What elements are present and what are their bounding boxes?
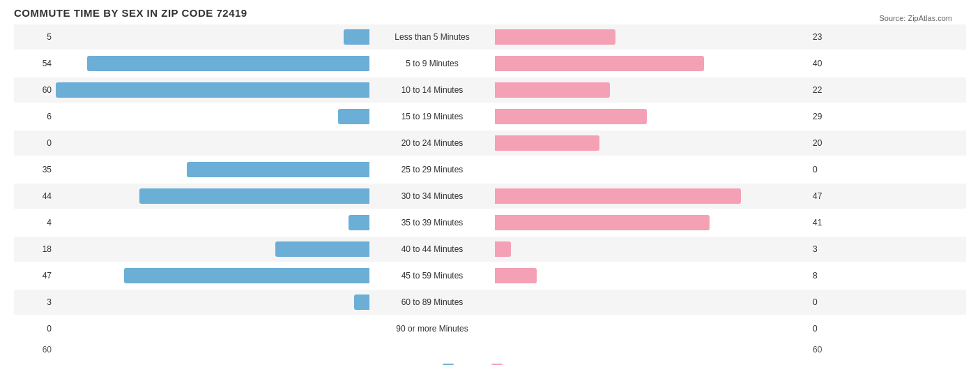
female-value: 0 [809, 324, 850, 334]
chart-title: Commute Time by Sex in Zip Code 72419 [14, 7, 966, 19]
chart-area: 5 Less than 5 Minutes 23 54 5 to 9 Minut… [14, 24, 966, 341]
female-value: 8 [809, 271, 850, 281]
category-label: 10 to 14 Minutes [369, 85, 495, 95]
male-bar-container [56, 162, 369, 177]
bar-row: 44 30 to 34 Minutes 47 [14, 184, 966, 209]
category-label: 30 to 34 Minutes [369, 191, 495, 201]
female-bar [495, 56, 704, 71]
female-bar-container [495, 135, 809, 151]
male-value: 3 [14, 297, 56, 307]
female-value: 41 [809, 218, 850, 228]
axis-right-value: 60 [809, 345, 850, 355]
male-bar [349, 215, 369, 230]
bar-row: 0 20 to 24 Minutes 20 [14, 131, 966, 156]
bar-row: 5 Less than 5 Minutes 23 [14, 24, 966, 50]
male-bar [87, 56, 369, 71]
bar-row: 0 90 or more Minutes 0 [14, 316, 966, 341]
male-bar [338, 109, 369, 124]
male-value: 47 [14, 271, 56, 281]
category-label: 60 to 89 Minutes [369, 297, 495, 307]
bar-row: 35 25 to 29 Minutes 0 [14, 157, 966, 182]
category-label: 15 to 19 Minutes [369, 112, 495, 121]
bar-row: 3 60 to 89 Minutes 0 [14, 290, 966, 315]
category-label: 35 to 39 Minutes [369, 218, 495, 228]
category-label: 90 or more Minutes [369, 324, 495, 334]
female-bar [495, 215, 710, 230]
female-bar-container [495, 82, 809, 98]
male-value: 18 [14, 244, 56, 254]
category-label: 5 to 9 Minutes [369, 59, 495, 68]
female-bar-container [495, 268, 809, 283]
axis-left-value: 60 [14, 345, 56, 355]
female-bar-container [495, 295, 809, 310]
category-label: 45 to 59 Minutes [369, 271, 495, 281]
male-bar-container [56, 295, 369, 310]
male-bar-container [56, 109, 369, 124]
female-value: 29 [809, 112, 850, 121]
male-bar-container [56, 241, 369, 257]
female-bar [495, 188, 741, 204]
male-value: 54 [14, 59, 56, 68]
male-bar-container [56, 29, 369, 45]
female-bar-container [495, 188, 809, 204]
male-bar-container [56, 82, 369, 98]
female-value: 23 [809, 32, 850, 42]
female-value: 0 [809, 165, 850, 174]
female-bar-container [495, 321, 809, 336]
bar-row: 54 5 to 9 Minutes 40 [14, 51, 966, 76]
female-bar [495, 268, 537, 283]
male-value: 0 [14, 324, 56, 334]
female-bar [495, 109, 647, 124]
male-value: 4 [14, 218, 56, 228]
male-bar [344, 29, 370, 45]
category-label: Less than 5 Minutes [369, 32, 495, 42]
female-bar [495, 29, 615, 45]
male-value: 0 [14, 138, 56, 148]
bar-row: 4 35 to 39 Minutes 41 [14, 210, 966, 235]
male-bar-container [56, 215, 369, 230]
female-bar [495, 82, 610, 98]
male-bar-container [56, 56, 369, 71]
bar-row: 18 40 to 44 Minutes 3 [14, 237, 966, 262]
male-bar [124, 268, 370, 283]
male-bar-container [56, 321, 369, 336]
female-bar-container [495, 109, 809, 124]
female-value: 20 [809, 138, 850, 148]
male-bar-container [56, 268, 369, 283]
male-bar [139, 188, 369, 204]
bar-row: 47 45 to 59 Minutes 8 [14, 263, 966, 288]
bar-row: 60 10 to 14 Minutes 22 [14, 77, 966, 103]
female-value: 22 [809, 85, 850, 95]
female-bar-container [495, 215, 809, 230]
female-bar-container [495, 241, 809, 257]
category-label: 40 to 44 Minutes [369, 244, 495, 254]
male-bar-container [56, 188, 369, 204]
male-bar-container [56, 135, 369, 151]
category-label: 20 to 24 Minutes [369, 138, 495, 148]
female-bar-container [495, 56, 809, 71]
category-label: 25 to 29 Minutes [369, 165, 495, 174]
female-bar [495, 241, 511, 257]
female-value: 3 [809, 244, 850, 254]
male-bar [56, 82, 369, 98]
bar-row: 6 15 to 19 Minutes 29 [14, 104, 966, 129]
male-value: 60 [14, 85, 56, 95]
female-bar-container [495, 29, 809, 45]
male-bar [187, 162, 370, 177]
male-bar [354, 295, 370, 310]
male-bar [275, 241, 369, 257]
female-value: 0 [809, 297, 850, 307]
female-value: 47 [809, 191, 850, 201]
male-value: 35 [14, 165, 56, 174]
female-bar [495, 135, 599, 151]
male-value: 44 [14, 191, 56, 201]
source-label: Source: ZipAtlas.com [879, 14, 952, 22]
axis-row: 60 60 [14, 343, 966, 357]
male-value: 5 [14, 32, 56, 42]
female-value: 40 [809, 59, 850, 68]
male-value: 6 [14, 112, 56, 121]
female-bar-container [495, 162, 809, 177]
